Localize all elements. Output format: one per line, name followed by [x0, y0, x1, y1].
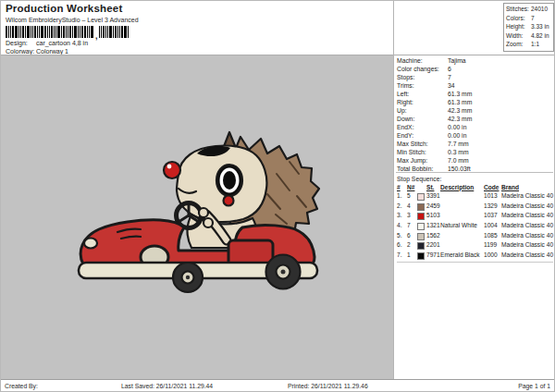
- summary-row: Width:4.82 in: [506, 31, 551, 41]
- machine-row: Min Stitch:0.3 mm: [397, 148, 472, 156]
- trims-label: Trims:: [397, 81, 448, 90]
- right-label: Right:: [397, 98, 448, 106]
- app-subtitle: Wilcom EmbroideryStudio – Level 3 Advanc…: [6, 17, 139, 23]
- headlight: [84, 239, 97, 249]
- machine-row: Right:61.3 mm: [397, 98, 472, 106]
- summary-row: Stitches:24010: [506, 5, 551, 14]
- production-worksheet-page: Production Worksheet Wilcom EmbroiderySt…: [0, 0, 555, 392]
- barcode: ,: [6, 26, 130, 38]
- stops-label: Stops:: [397, 73, 448, 81]
- machine-row: Up:42.3 mm: [397, 106, 472, 115]
- eye-pupil: [223, 171, 236, 190]
- hedgehog-car-artwork: [1, 55, 393, 379]
- table-row: 4.71321Natural White1004Madeira Classic …: [397, 221, 553, 231]
- width-value: 4.82 in: [531, 31, 549, 41]
- machine-row: Left:61.3 mm: [397, 90, 472, 98]
- created-by: Created By:: [5, 382, 38, 390]
- thread-swatch: [417, 223, 425, 230]
- col-brand: Brand: [501, 183, 519, 192]
- left-label: Left:: [397, 90, 448, 98]
- color-changes-value: 6: [448, 66, 451, 72]
- thread-swatch: [417, 233, 425, 240]
- col-thread: St.: [426, 183, 440, 192]
- hand-upper: [199, 208, 208, 217]
- thread-swatch: [417, 193, 425, 201]
- total-bobbin-value: 150.03ft: [448, 165, 471, 172]
- table-row: 7.17971Emerald Black1000Madeira Classic …: [397, 251, 553, 261]
- rear-hub-dot: [281, 270, 286, 275]
- last-saved: Last Saved: 26/11/2021 11.29.44: [121, 382, 213, 390]
- table-row: 5.615621085Madeira Classic 40: [397, 231, 553, 241]
- stitches-label: Stitches:: [506, 5, 531, 14]
- summary-row: Height:3.33 in: [506, 22, 551, 31]
- thread-swatch: [417, 203, 425, 211]
- summary-row: Zoom:1:1: [506, 40, 551, 49]
- machine-value: Tajima: [448, 57, 466, 64]
- colors-value: 7: [531, 14, 535, 23]
- min-stitch-value: 0.3 mm: [448, 149, 469, 155]
- col-needle: N#: [407, 183, 417, 192]
- machine-row: EndX:0.00 in: [397, 123, 472, 131]
- nose: [224, 196, 234, 206]
- color-changes-label: Color changes:: [397, 65, 448, 73]
- stop-sequence-title: Stop Sequence:: [397, 175, 441, 183]
- machine-row: Max Jump:7.0 mm: [397, 156, 472, 165]
- max-jump-label: Max Jump:: [397, 156, 448, 165]
- stitches-value: 24010: [531, 5, 548, 14]
- machine-row: Stops:7: [397, 73, 472, 81]
- printed: Printed: 26/11/2021 11.29.46: [288, 382, 368, 390]
- design-summary-box: Stitches:24010 Colors:7 Height:3.33 in W…: [503, 3, 554, 52]
- page-number: Page 1 of 1: [518, 382, 550, 390]
- machine-row: Max Stitch:7.7 mm: [397, 140, 472, 148]
- stops-value: 7: [448, 74, 451, 80]
- zoom-value: 1:1: [531, 40, 539, 49]
- left-value: 61.3 mm: [448, 91, 472, 97]
- thread-swatch: [417, 242, 425, 250]
- max-jump-value: 7.0 mm: [448, 157, 469, 164]
- endy-value: 0.00 in: [448, 132, 466, 139]
- endx-value: 0.00 in: [448, 124, 466, 130]
- endy-label: EndY:: [397, 131, 448, 140]
- colors-label: Colors:: [506, 14, 531, 23]
- machine-row: Down:42.3 mm: [397, 115, 472, 123]
- up-value: 42.3 mm: [448, 107, 472, 114]
- width-label: Width:: [506, 31, 531, 41]
- col-code: Code: [484, 183, 501, 192]
- design-preview-area: [1, 55, 393, 379]
- page-title: Production Worksheet: [6, 3, 122, 15]
- footer-divider: [1, 379, 554, 380]
- zoom-label: Zoom:: [506, 40, 531, 49]
- machine-row: EndY:0.00 in: [397, 131, 472, 140]
- col-num: #: [397, 183, 407, 192]
- height-label: Height:: [506, 22, 531, 31]
- endx-label: EndX:: [397, 123, 448, 131]
- up-label: Up:: [397, 106, 448, 115]
- trims-value: 34: [448, 82, 455, 89]
- panel-divider: [393, 1, 394, 379]
- height-value: 3.33 in: [531, 22, 549, 31]
- hand-lower: [204, 218, 213, 227]
- down-label: Down:: [397, 115, 448, 123]
- stop-sequence-divider: [396, 172, 553, 173]
- machine-label: Machine:: [397, 56, 448, 65]
- machine-info-list: Machine:Tajima Color changes:6 Stops:7 T…: [397, 56, 472, 173]
- design-value: car_cartoon 4,8 in: [36, 40, 88, 46]
- colorway-value: Colorway 1: [36, 48, 68, 55]
- thread-swatch: [417, 213, 425, 220]
- stop-sequence-table: #N#St.DescriptionCodeBrand 1.533911013Ma…: [397, 183, 553, 263]
- table-row: 2.424591329Madeira Classic 40: [397, 202, 553, 212]
- max-stitch-value: 7.7 mm: [448, 141, 469, 147]
- table-header: #N#St.DescriptionCodeBrand: [397, 183, 553, 192]
- table-row: 3.351031037Madeira Classic 40: [397, 211, 553, 221]
- max-stitch-label: Max Stitch:: [397, 140, 448, 148]
- red-ball: [164, 162, 180, 178]
- down-value: 42.3 mm: [448, 116, 472, 122]
- table-row: 1.533911013Madeira Classic 40: [397, 191, 553, 202]
- table-row: 6.222011199Madeira Classic 40: [397, 240, 553, 251]
- min-stitch-label: Min Stitch:: [397, 148, 448, 156]
- thread-swatch: [417, 252, 425, 260]
- summary-row: Colors:7: [506, 14, 551, 23]
- machine-row: Color changes:6: [397, 65, 472, 73]
- col-description: Description: [440, 183, 484, 192]
- red-ball-highlight: [167, 165, 172, 169]
